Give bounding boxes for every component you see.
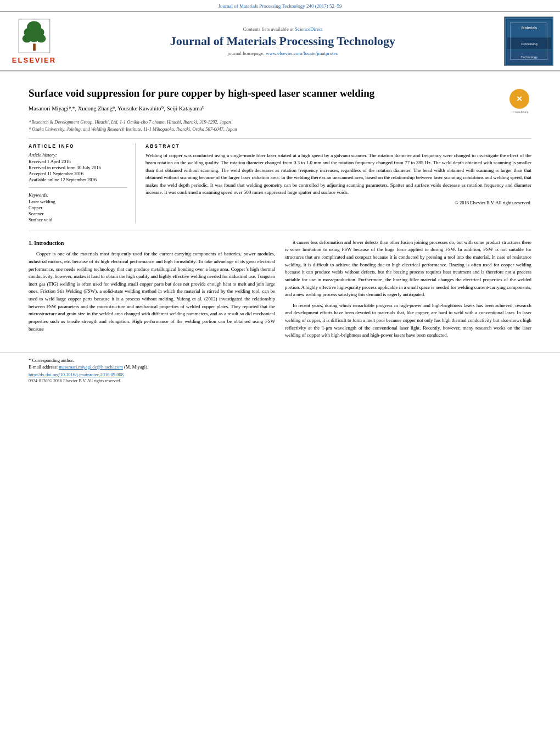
two-col-section: Article Info Article history: Received 1… <box>29 138 531 223</box>
body-col-right: it causes less deformation and fewer def… <box>285 239 531 343</box>
cover-svg: Materials Processing Technology <box>505 17 553 66</box>
journal-ref-text: Journal of Materials Processing Technolo… <box>219 3 342 9</box>
body-para-3: In recent years, during which remarkable… <box>285 302 531 339</box>
body-two-col: 1. Introduction Copper is one of the mat… <box>29 239 531 343</box>
header-cover: Materials Processing Technology <box>504 16 553 66</box>
body-col-left: 1. Introduction Copper is one of the mat… <box>29 239 275 343</box>
copyright-line: © 2016 Elsevier B.V. All rights reserved… <box>145 200 531 205</box>
body-para-2: it causes less deformation and fewer def… <box>285 239 531 299</box>
abstract-col: Abstract Welding of copper was conducted… <box>145 143 531 223</box>
email-note: E-mail address: masamari.miyagi.dc@hitac… <box>29 364 531 370</box>
contents-line: Contents lists available at ScienceDirec… <box>243 26 323 32</box>
header-center: Contents lists available at ScienceDirec… <box>67 16 499 66</box>
keyword-2: Copper <box>29 205 127 210</box>
email-link[interactable]: masamari.miyagi.dc@hitachi.com <box>59 364 123 370</box>
keywords-label: Keywords: <box>29 192 127 198</box>
accepted-entry: Accepted 11 September 2016 <box>29 171 127 176</box>
svg-text:Technology: Technology <box>521 55 537 59</box>
svg-rect-12 <box>507 38 551 49</box>
abstract-heading: Abstract <box>145 143 531 149</box>
journal-title: Journal of Materials Processing Technolo… <box>170 34 395 48</box>
doi-link[interactable]: http://dx.doi.org/10.1016/j.jmatprotec.2… <box>29 372 531 377</box>
keyword-4: Surface void <box>29 217 127 222</box>
elsevier-logo: ELSEVIER <box>7 16 61 66</box>
body-para-1: Copper is one of the materials most freq… <box>29 250 275 333</box>
footer-section: * Corresponding author. E-mail address: … <box>0 353 560 388</box>
article-title-section: Surface void suppression for pure copper… <box>29 87 531 114</box>
svg-text:Processing: Processing <box>521 42 537 46</box>
footer-copyright: 0924-0136/© 2016 Elsevier B.V. All right… <box>29 378 531 383</box>
received-entry: Received 1 April 2016 <box>29 159 127 164</box>
crossmark-badge: ✕ CrossMark <box>509 89 531 114</box>
email-label: E-mail address: <box>29 364 58 370</box>
authors-text: Masanori Miyagiᵃ,*, Xudong Zhangᵃ, Yousu… <box>29 105 205 111</box>
keyword-1: Laser welding <box>29 199 127 204</box>
svg-rect-11 <box>507 20 551 36</box>
svg-rect-8 <box>33 43 36 51</box>
crossmark-icon: ✕ <box>509 89 529 109</box>
svg-rect-13 <box>507 51 551 63</box>
article-title-text: Surface void suppression for pure copper… <box>29 87 504 114</box>
svg-text:Materials: Materials <box>522 26 537 30</box>
main-content: Surface void suppression for pure copper… <box>0 71 560 353</box>
svg-rect-9 <box>505 17 553 66</box>
keywords-section: Keywords: Laser welding Copper Scanner S… <box>29 192 127 222</box>
journal-cover-image: Materials Processing Technology <box>504 16 553 66</box>
journal-ref-bar: Journal of Materials Processing Technolo… <box>0 0 560 11</box>
elsevier-tree-icon <box>16 18 52 54</box>
homepage-link[interactable]: www.elsevier.com/locate/jmatprotec <box>266 51 338 56</box>
section1-heading: 1. Introduction <box>29 239 275 248</box>
affiliation-b: ᵇ Osaka University, Joining, and Welding… <box>29 126 531 133</box>
abstract-text: Welding of copper was conducted using a … <box>145 152 531 197</box>
svg-point-7 <box>36 35 46 43</box>
section-divider <box>29 231 531 231</box>
header-section: ELSEVIER Contents lists available at Sci… <box>0 11 560 71</box>
available-online-entry: Available online 12 September 2016 <box>29 177 127 182</box>
article-info-col: Article Info Article history: Received 1… <box>29 143 136 223</box>
elsevier-label: ELSEVIER <box>12 56 56 64</box>
sciencedirect-link[interactable]: ScienceDirect <box>295 26 322 32</box>
page-container: Journal of Materials Processing Technolo… <box>0 0 560 742</box>
authors-line: Masanori Miyagiᵃ,*, Xudong Zhangᵃ, Yousu… <box>29 105 504 111</box>
crossmark-label: CrossMark <box>509 110 531 114</box>
received-revised-entry: Received in revised form 30 July 2016 <box>29 165 127 170</box>
affiliations: ᵃ Research & Development Group, Hitachi,… <box>29 119 531 133</box>
article-history: Article history: Received 1 April 2016 R… <box>29 152 127 188</box>
article-info-heading: Article Info <box>29 143 127 149</box>
homepage-line: journal homepage: www.elsevier.com/locat… <box>228 51 338 56</box>
email-person: (M. Miyagi). <box>124 364 148 370</box>
keyword-3: Scanner <box>29 211 127 216</box>
corresponding-note: * Corresponding author. <box>29 358 531 363</box>
article-title: Surface void suppression for pure copper… <box>29 87 504 101</box>
affiliation-a: ᵃ Research & Development Group, Hitachi,… <box>29 119 531 126</box>
history-label: Article history: <box>29 152 127 158</box>
doi-anchor[interactable]: http://dx.doi.org/10.1016/j.jmatprotec.2… <box>29 372 124 377</box>
svg-rect-10 <box>506 18 553 65</box>
